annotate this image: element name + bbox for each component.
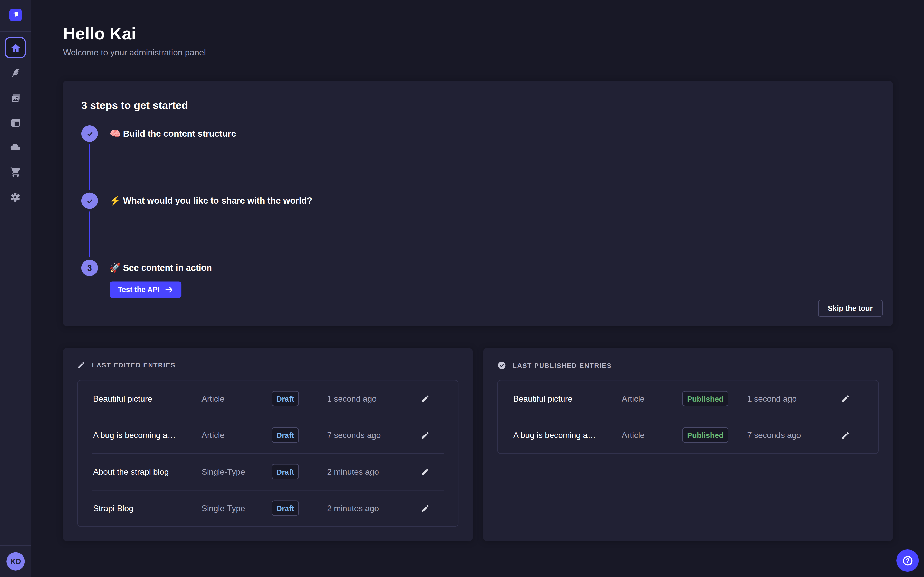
entry-time: 7 seconds ago [747, 430, 828, 440]
entry-title: A bug is becoming a… [513, 430, 622, 440]
table-row: A bug is becoming a… Article Published 7… [498, 417, 878, 453]
pencil-icon [841, 394, 850, 403]
avatar-initials: KD [10, 557, 21, 566]
sidebar-item-settings[interactable] [5, 187, 26, 208]
entry-kind: Article [622, 394, 673, 403]
cloud-icon [10, 141, 21, 153]
step-3-number-circle: 3 [81, 259, 98, 276]
table-row: Strapi Blog Single-Type Draft 2 minutes … [78, 490, 458, 526]
entry-time: 7 seconds ago [327, 430, 408, 440]
media-library-icon [10, 92, 21, 103]
avatar[interactable]: KD [6, 552, 25, 571]
strapi-bolt-icon [10, 9, 22, 21]
check-icon [85, 129, 94, 138]
entry-kind: Article [622, 430, 673, 440]
pencil-icon [421, 394, 430, 403]
feather-icon [10, 68, 21, 79]
entry-title: Beautiful picture [513, 394, 622, 403]
last-published-header: LAST PUBLISHED ENTRIES [498, 361, 612, 369]
edit-entry-button[interactable] [418, 392, 432, 405]
step-1-check-circle [81, 126, 98, 142]
status-badge: Draft [271, 427, 299, 443]
step-1-label: 🧠 Build the content structure [110, 129, 236, 139]
app-root: KD Hello Kai Welcome to your administrat… [0, 0, 924, 577]
onboarding-card: 3 steps to get started 🧠 Build the conte… [63, 81, 893, 326]
step-connector [89, 211, 90, 257]
table-row: About the strapi blog Single-Type Draft … [78, 453, 458, 490]
entry-title: About the strapi blog [93, 467, 202, 477]
entry-kind: Single-Type [202, 467, 253, 477]
last-edited-header: LAST EDITED ENTRIES [77, 361, 176, 369]
pencil-icon [421, 467, 430, 476]
layout-icon [10, 117, 21, 128]
arrow-right-icon [165, 286, 173, 293]
entry-kind: Single-Type [202, 503, 253, 513]
last-edited-card: LAST EDITED ENTRIES Beautiful picture Ar… [63, 348, 473, 541]
strapi-logo [10, 9, 22, 21]
entry-time: 1 second ago [327, 394, 408, 403]
step-connector [89, 144, 90, 190]
entry-kind: Article [202, 394, 253, 403]
status-badge: Published [682, 391, 729, 406]
sidebar-divider [0, 545, 31, 546]
sidebar: KD [0, 0, 31, 577]
last-published-title: LAST PUBLISHED ENTRIES [512, 362, 612, 369]
edit-entry-button[interactable] [418, 465, 432, 479]
entry-title: Strapi Blog [93, 503, 202, 513]
entry-title: Beautiful picture [93, 394, 202, 403]
check-circle-icon [498, 361, 506, 369]
entry-time: 2 minutes ago [327, 503, 408, 513]
status-badge: Draft [271, 391, 299, 406]
sidebar-item-content-type-builder[interactable] [5, 112, 26, 133]
table-row: A bug is becoming a… Article Draft 7 sec… [78, 417, 458, 453]
pencil-icon [77, 361, 86, 369]
pencil-icon [421, 430, 430, 439]
sidebar-item-cloud[interactable] [5, 137, 26, 158]
entry-time: 1 second ago [747, 394, 828, 403]
sidebar-item-media-library[interactable] [5, 87, 26, 108]
step-3-number: 3 [87, 263, 92, 272]
table-row: Beautiful picture Article Draft 1 second… [78, 380, 458, 417]
step-3-label: 🚀 See content in action [110, 263, 212, 273]
sidebar-item-home[interactable] [5, 37, 26, 58]
question-mark-icon [901, 554, 914, 567]
last-published-table: Beautiful picture Article Published 1 se… [498, 380, 879, 454]
gear-icon [10, 191, 21, 203]
status-badge: Draft [271, 464, 299, 479]
edit-entry-button[interactable] [418, 501, 432, 515]
edit-entry-button[interactable] [838, 428, 852, 442]
entry-title: A bug is becoming a… [93, 430, 202, 440]
home-icon [10, 42, 21, 53]
sidebar-item-content-manager[interactable] [5, 62, 26, 84]
edit-entry-button[interactable] [418, 428, 432, 442]
test-api-button[interactable]: Test the API [110, 281, 181, 298]
entry-time: 2 minutes ago [327, 467, 408, 477]
pencil-icon [421, 504, 430, 513]
status-badge: Published [682, 427, 729, 443]
last-published-card: LAST PUBLISHED ENTRIES Beautiful picture… [483, 348, 893, 541]
page-subtitle: Welcome to your administration panel [63, 48, 206, 57]
step-2-label: ⚡ What would you like to share with the … [110, 195, 312, 206]
test-api-label: Test the API [118, 286, 160, 294]
sidebar-item-marketplace[interactable] [5, 161, 26, 182]
pencil-icon [841, 430, 850, 439]
status-badge: Draft [271, 501, 299, 516]
table-row: Beautiful picture Article Published 1 se… [498, 380, 878, 417]
entry-kind: Article [202, 430, 253, 440]
cart-icon [10, 166, 21, 178]
step-2-check-circle [81, 193, 98, 209]
check-icon [85, 197, 94, 205]
edit-entry-button[interactable] [838, 392, 852, 405]
sidebar-divider [0, 31, 31, 32]
onboarding-title: 3 steps to get started [81, 100, 188, 112]
page-title: Hello Kai [63, 24, 136, 44]
last-edited-table: Beautiful picture Article Draft 1 second… [77, 380, 459, 527]
last-edited-title: LAST EDITED ENTRIES [92, 362, 176, 369]
help-button[interactable] [896, 549, 919, 572]
skip-tour-button[interactable]: Skip the tour [818, 300, 883, 317]
